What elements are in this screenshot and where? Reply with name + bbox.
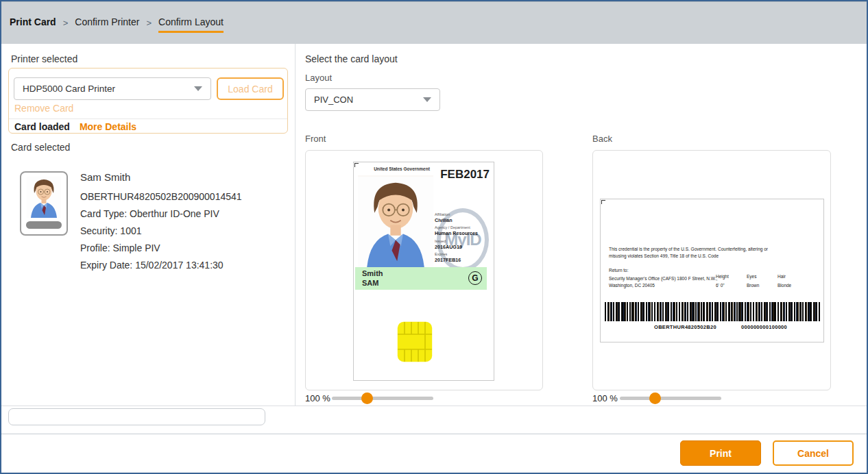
breadcrumb-separator: >: [63, 18, 69, 32]
card-security: Security: 1001: [80, 223, 242, 240]
card-loaded-status: Card loaded: [14, 121, 70, 132]
name-band: Smith SAM G: [355, 267, 487, 290]
printer-box-divider: [9, 118, 287, 119]
back-label: Back: [592, 134, 612, 144]
expires-label: Expires: [435, 252, 494, 257]
legal-text: This credential is the property of the U…: [609, 246, 770, 259]
front-preview-panel: United States Government FEB2017: [305, 150, 543, 390]
agency-value: Human Resources: [435, 230, 494, 236]
card-expiry: Expiry Date: 15/02/2017 13:41:30: [80, 257, 242, 274]
expires-value: 2017FEB16: [435, 257, 494, 263]
height-attr: Height 6' 0": [716, 273, 729, 288]
breadcrumb-confirm-printer[interactable]: Confirm Printer: [75, 16, 139, 33]
print-card-window: Print Card > Confirm Printer > Confirm L…: [0, 0, 868, 474]
breadcrumb-print-card[interactable]: Print Card: [10, 16, 56, 33]
chevron-down-icon: [423, 97, 431, 102]
content-divider: [1, 406, 867, 406]
hair-attr: Hair Blonde: [777, 273, 791, 288]
more-details-link[interactable]: More Details: [80, 121, 136, 132]
card-front-header: United States Government: [359, 166, 444, 171]
back-zoom-slider[interactable]: [620, 397, 721, 400]
card-front-info-block: Affiliation Civilian Agency / Department…: [435, 210, 494, 263]
card-slot-graphic: [26, 221, 62, 229]
card-front-expiry-month: FEB2017: [440, 168, 490, 182]
printer-dropdown-value: HDP5000 Card Printer: [23, 84, 115, 94]
g-badge: G: [468, 271, 482, 285]
back-zoom-slider-thumb[interactable]: [649, 392, 661, 404]
height-value: 6' 0": [716, 283, 729, 288]
card-front-photo: [358, 175, 433, 267]
card-type: Card Type: Oberthur ID-One PIV: [80, 205, 242, 223]
front-label: Front: [305, 134, 326, 144]
given-name: SAM: [362, 279, 383, 288]
barcode-serial: OBERTHUR4820502B20: [654, 324, 716, 330]
breadcrumb-separator: >: [146, 18, 152, 32]
affiliation-value: Civilian: [435, 217, 494, 223]
print-button[interactable]: Print: [680, 440, 761, 466]
registration-mark: [601, 200, 605, 204]
front-zoom-slider[interactable]: [332, 397, 433, 400]
breadcrumb: Print Card > Confirm Printer > Confirm L…: [10, 16, 224, 33]
front-zoom-value: 100 %: [305, 393, 330, 403]
card-holder-avatar: [20, 171, 68, 236]
select-layout-title: Select the card layout: [305, 53, 398, 64]
chevron-down-icon: [194, 86, 202, 91]
portrait-photo: [25, 177, 62, 218]
hair-label: Hair: [777, 273, 791, 279]
footer-divider: [1, 434, 867, 434]
portrait-photo: [358, 175, 433, 267]
eyes-label: Eyes: [747, 273, 759, 279]
hair-value: Blonde: [777, 283, 791, 288]
load-card-button[interactable]: Load Card: [217, 77, 284, 100]
barcode-number: 000000000100000: [741, 324, 787, 330]
issued-label: Issued: [435, 239, 494, 244]
header-bar: Print Card > Confirm Printer > Confirm L…: [1, 1, 867, 44]
card-holder-name: Sam Smith: [80, 171, 242, 183]
card-front-preview: United States Government FEB2017: [353, 162, 494, 381]
back-zoom-value: 100 %: [592, 393, 618, 403]
layout-dropdown[interactable]: PIV_CON: [305, 88, 440, 111]
front-zoom-slider-thumb[interactable]: [361, 392, 373, 404]
remove-card-link[interactable]: Remove Card: [14, 103, 73, 114]
message-box: [8, 408, 265, 425]
eyes-value: Brown: [747, 283, 759, 288]
printer-dropdown[interactable]: HDP5000 Card Printer: [14, 77, 211, 100]
card-details: Sam Smith OBERTHUR4820502B200900014541 C…: [80, 171, 242, 274]
layout-dropdown-value: PIV_CON: [314, 95, 353, 105]
card-selected-title: Card selected: [11, 142, 70, 153]
card-serial: OBERTHUR4820502B200900014541: [80, 188, 242, 205]
registration-mark: [354, 163, 359, 167]
surname: Smith: [362, 269, 383, 279]
layout-label: Layout: [305, 73, 332, 83]
printer-group-box: HDP5000 Card Printer Load Card Remove Ca…: [8, 68, 288, 134]
back-preview-panel: This credential is the property of the U…: [592, 150, 831, 390]
card-profile: Profile: Simple PIV: [80, 240, 242, 257]
cancel-button[interactable]: Cancel: [773, 440, 854, 466]
agency-label: Agency / Department: [435, 225, 494, 230]
card-back-preview: This credential is the property of the U…: [600, 199, 824, 342]
affiliation-label: Affiliation: [435, 212, 494, 217]
eyes-attr: Eyes Brown: [747, 273, 759, 288]
printer-selected-title: Printer selected: [11, 53, 77, 64]
breadcrumb-confirm-layout[interactable]: Confirm Layout: [158, 16, 224, 33]
issued-value: 2016AUG19: [435, 244, 494, 250]
smartcard-chip: [397, 321, 433, 362]
height-label: Height: [716, 273, 729, 279]
barcode: [605, 302, 821, 321]
return-to-label: Return to:: [609, 268, 629, 273]
panel-divider: [295, 44, 296, 406]
return-address: Security Manager's Office (CAFS) 1800 F …: [609, 275, 720, 288]
